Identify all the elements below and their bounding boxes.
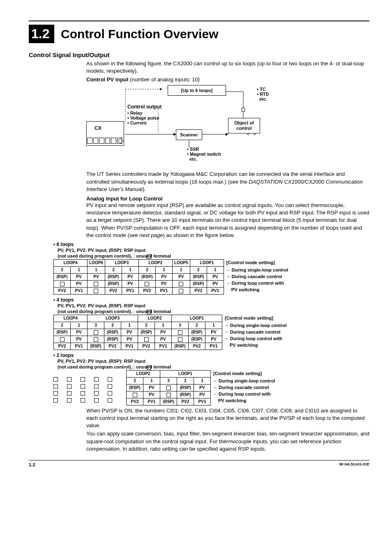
pv-input-caption-sub: (number of analog inputs: 10) xyxy=(130,76,200,83)
section-number: 1.2 xyxy=(29,25,54,43)
intro-paragraph: As shown in the following figure, the CX… xyxy=(86,60,369,75)
object-box: Object of control xyxy=(228,118,260,134)
svg-rect-7 xyxy=(242,108,245,111)
two-loop-annotations: [Control mode setting] During single-loo… xyxy=(213,370,275,405)
section-title: Control Function Overview xyxy=(61,27,218,41)
control-output-label: Control output xyxy=(127,104,161,110)
subsection-title: Control Signal Input/Output xyxy=(29,51,369,58)
footer-code: IM 04L31A01-01E xyxy=(339,462,369,467)
footer-page: 1-2 xyxy=(29,462,35,467)
two-loops-block: • 2 loops PV, PV1, PV2: PV input, (RSP):… xyxy=(53,352,369,405)
four-loop-legend2: (not used during program control), : unu… xyxy=(58,309,369,314)
four-loop-table: LOOP4 LOOP3 LOOP2 LOOP1 2132121321 (RSP)… xyxy=(53,315,222,350)
six-loops-block: • 6 loops PV, PV1, PV2: PV input, (RSP):… xyxy=(53,242,369,295)
six-loop-legend2: (not used during program control), : unu… xyxy=(58,253,369,258)
annot-single: During single-loop control xyxy=(226,267,288,273)
closing-para-2: You can apply scale conversion, bias, in… xyxy=(86,430,369,453)
annot-cascade: During cascade control xyxy=(226,273,288,280)
analog-paragraph: PV input and remote setpoint input (RSP)… xyxy=(86,202,369,239)
object-label: Object of control xyxy=(234,120,254,131)
two-loop-legend1: PV, PV1, PV2: PV input, (RSP): RSP input xyxy=(58,359,369,364)
six-loop-annotations: [Control mode setting] During single-loo… xyxy=(226,259,288,295)
annot-pvsw-a: During loop control with xyxy=(226,280,288,286)
four-loop-bullet: • 4 loops xyxy=(53,297,369,303)
six-loop-legend1: PV, PV1, PV2: PV input, (RSP): RSP input xyxy=(58,248,369,253)
analog-para-end: ) as shown in the figure below. xyxy=(163,232,235,238)
scanner-label: Scanner xyxy=(180,132,198,137)
ut-paragraph: The UT Series controllers made by Yokoga… xyxy=(86,170,369,193)
two-loop-legend2: (not used during program control), : unu… xyxy=(58,364,369,369)
six-loop-bullet: • 6 loops xyxy=(53,242,369,247)
footer: 1-2 IM 04L31A01-01E xyxy=(29,460,369,467)
two-loop-unused-grid xyxy=(53,376,112,405)
two-loop-table: LOOP2 LOOP1 21321 (RSP)PV(RSP)PV PV(RSP)… xyxy=(126,370,211,405)
four-loops-block: • 4 loops PV, PV1, PV2: PV input, (RSP):… xyxy=(53,297,369,350)
pv-input-caption: Control PV input (number of analog input… xyxy=(86,76,369,83)
block-diagram: CX xyxy=(86,84,316,170)
annot-header: [Control mode setting] xyxy=(226,259,288,266)
section-header: 1.2 Control Function Overview xyxy=(29,21,369,43)
annot-pvsw-b: PV switching xyxy=(231,286,288,293)
analog-title: Analog Input for Loop Control xyxy=(86,196,369,202)
four-loop-legend1: PV, PV1, PV2: PV input, (RSP): RSP input xyxy=(58,303,369,308)
pv-input-caption-main: Control PV input xyxy=(86,76,129,83)
upto6-label: [Up to 6 loops] xyxy=(181,88,213,93)
tc-rtd-label: • TC • RTD etc. xyxy=(257,87,269,101)
four-loop-annotations: [Control mode setting] During single-loo… xyxy=(225,315,287,350)
six-loop-table: LOOP4 LOOP6 LOOP3 LOOP2 LOOP5 LOOP1 2112… xyxy=(53,259,224,295)
two-loop-bullet: • 2 loops xyxy=(53,352,369,358)
output-bullets: • Relay • Voltage pulse • Current xyxy=(127,111,159,125)
closing-para-1: When PV/SP is ON, the numbers CI01, CI02… xyxy=(86,407,369,430)
upto6-box: [Up to 6 loops] xyxy=(168,85,226,96)
scanner-box: Scanner xyxy=(176,129,202,140)
ssr-label: • SSR • Magnet switch etc. xyxy=(187,147,221,161)
analog-next-page: next page xyxy=(139,232,163,238)
